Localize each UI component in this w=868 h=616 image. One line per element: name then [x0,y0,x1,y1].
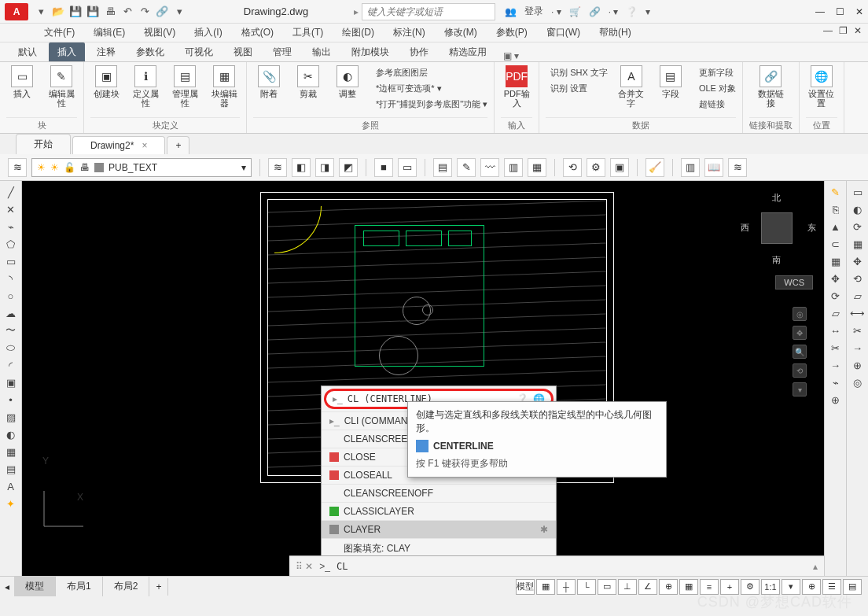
pdf-import-button[interactable]: PDFPDF输入 [501,65,532,108]
open-icon[interactable]: 📂 [52,6,64,17]
t-ico-16[interactable]: ▥ [681,158,700,177]
extend-icon[interactable]: → [828,357,844,373]
ribbon-tab-addon[interactable]: 附加模块 [343,42,398,61]
search-input[interactable] [362,3,495,20]
wcs-label[interactable]: WCS [775,275,813,290]
save-icon[interactable]: 💾 [69,6,82,17]
t-ico-17[interactable]: 📖 [704,158,723,177]
ellipse-icon[interactable]: ⬭ [3,340,19,356]
insert-blk-icon[interactable]: ▣ [3,374,19,390]
t-ico-13[interactable]: ⚙ [587,158,605,177]
menu-tools[interactable]: 工具(T) [292,26,323,39]
ribbon-tab-featured[interactable]: 精选应用 [440,42,495,61]
maximize-button[interactable]: ☐ [836,6,844,17]
t-ico-10[interactable]: ▥ [504,158,523,177]
r2-9[interactable]: ✂ [850,323,866,338]
redo-icon[interactable]: ↷ [138,6,151,17]
model-tab[interactable]: 模型 [14,577,56,596]
rect-icon[interactable]: ▭ [3,253,19,269]
menu-edit[interactable]: 编辑(E) [94,26,125,39]
nav-wheel-icon[interactable]: ◎ [793,307,807,321]
status-btn-1[interactable]: ▦ [536,579,555,595]
copy-icon[interactable]: ⎘ [828,201,844,217]
t-ico-12[interactable]: ⟲ [563,158,582,177]
r2-12[interactable]: ◎ [850,374,866,390]
ac-item-clayer[interactable]: CLAYER✱ [322,520,556,538]
ref-line2[interactable]: *边框可变选项* ▾ [376,81,487,96]
ribbon-tab-output[interactable]: 输出 [303,42,340,61]
circle-icon[interactable]: ○ [3,288,19,304]
upd-field-line[interactable]: 更新字段 [699,65,736,80]
mirror-icon[interactable]: ▲ [828,219,844,234]
merge-text-button[interactable]: A合并文字 [616,65,647,108]
menu-modify[interactable]: 修改(M) [444,26,477,39]
layout2-tab[interactable]: 布局2 [103,577,150,596]
region-icon[interactable]: ▦ [3,444,19,459]
line-icon[interactable]: ╱ [3,184,19,200]
t-ico-6[interactable]: ▭ [398,158,417,177]
ribbon-tab-view[interactable]: 视图 [225,42,261,61]
ribbon-tab-manage[interactable]: 管理 [264,42,300,61]
more-icon[interactable]: ▾ [173,6,186,17]
t-ico-8[interactable]: ✎ [457,158,476,177]
cmd-input[interactable] [337,561,494,572]
r2-3[interactable]: ⟳ [850,219,866,234]
insert-button[interactable]: ▭插入 [6,65,38,98]
nav-show-icon[interactable]: ▾ [793,382,807,397]
attach-button[interactable]: 📎附着 [253,65,285,98]
field-button[interactable]: ▤字段 [655,65,686,98]
t-ico-3[interactable]: ◨ [315,158,334,177]
doctab-drawing[interactable]: Drawing2* × [72,136,165,154]
ref-line3[interactable]: *打开"捕捉到参考底图"功能 ▾ [376,97,487,112]
pline-icon[interactable]: ⌁ [3,219,19,234]
r2-6[interactable]: ⟲ [850,271,866,286]
undo-icon[interactable]: ↶ [121,6,134,17]
cart-icon[interactable]: 🛒 [569,6,581,17]
status-btn-0[interactable]: 模型 [516,579,535,595]
r2-11[interactable]: ⊕ [850,357,866,373]
menu-insert[interactable]: 插入(I) [194,26,222,39]
status-btn-8[interactable]: ▦ [679,579,698,595]
ribbon-tab-annotate[interactable]: 注释 [88,42,124,61]
t-ico-1[interactable]: ≋ [268,158,287,177]
erase-icon[interactable]: ✎ [828,184,844,200]
r2-8[interactable]: ⟷ [850,305,866,321]
ribbon-tab-param[interactable]: 参数化 [127,42,173,61]
hatch-icon[interactable]: ▨ [3,409,19,425]
r2-1[interactable]: ▭ [850,184,866,200]
ribbon-tab-insert[interactable]: 插入 [49,42,85,61]
tab-scroll-left[interactable]: ◂ [0,581,14,592]
status-btn-4[interactable]: ▭ [598,579,616,595]
text-icon[interactable]: A [3,478,19,494]
command-line[interactable]: ⠿ ✕ >_ ▴ [289,555,824,576]
table-icon[interactable]: ▤ [3,461,19,477]
t-ico-7[interactable]: ▤ [433,158,452,177]
t-ico-14[interactable]: ▣ [610,158,629,177]
menu-format[interactable]: 格式(O) [241,26,274,39]
menu-view[interactable]: 视图(V) [144,26,175,39]
close-button[interactable]: ✕ [855,6,863,17]
ac-item-classic[interactable]: CLASSICLAYER [322,502,556,520]
offset-icon[interactable]: ⊂ [828,236,844,252]
ole-line[interactable]: OLE 对象 [699,81,736,96]
viewcube[interactable]: 北 西 东 南 [737,189,816,267]
trim-icon[interactable]: ✂ [828,340,844,356]
r2-7[interactable]: ▱ [850,288,866,304]
menu-draw[interactable]: 绘图(D) [342,26,374,39]
doctab-start[interactable]: 开始 [16,134,71,154]
r2-4[interactable]: ▦ [850,236,866,252]
t-ico-15[interactable]: 🧹 [645,158,664,177]
new-icon[interactable]: ▾ [35,6,47,17]
add-layout-tab[interactable]: + [149,578,168,596]
t-ico-9[interactable]: 〰 [480,158,499,177]
cmd-handle-icon[interactable]: ⠿ ✕ [296,561,313,572]
ribbon-more-icon[interactable]: ▣ ▾ [503,50,519,61]
spline-icon[interactable]: 〜 [3,323,19,338]
status-btn-3[interactable]: └ [577,579,596,595]
set-loc-button[interactable]: 🌐设置位置 [806,65,837,108]
def-attr-button[interactable]: ℹ定义属性 [130,65,161,108]
t-ico-11[interactable]: ▦ [528,158,546,177]
clip-button[interactable]: ✂剪裁 [292,65,324,98]
status-btn-6[interactable]: ∠ [638,579,657,595]
ribbon-tab-default[interactable]: 默认 [9,42,46,61]
